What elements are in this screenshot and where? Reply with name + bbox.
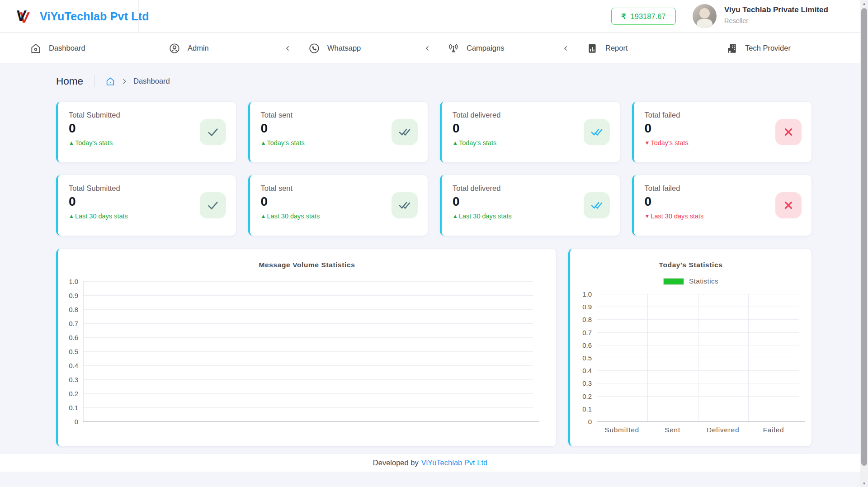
gridline	[83, 407, 533, 408]
card-label: Total failed	[645, 184, 801, 193]
legend-label: Statistics	[689, 277, 718, 285]
chevron-left-icon	[424, 44, 432, 52]
main-navbar: Dashboard Admin Whatsapp Campaigns Repor…	[0, 33, 860, 63]
gridline	[83, 421, 539, 422]
balance-badge[interactable]: ₹ 193187.67	[611, 8, 676, 25]
gridline-vertical	[799, 294, 799, 421]
y-tick-label: 0.5	[582, 354, 592, 362]
avatar[interactable]	[693, 4, 717, 28]
x-category-label: Submitted	[597, 426, 647, 434]
nav-item-whatsapp[interactable]: Whatsapp	[308, 33, 361, 63]
gridline	[83, 281, 533, 282]
card-total-submitted-30days: Total Submitted 0 ▲Last 30 days stats	[56, 175, 236, 236]
trend-up-icon: ▲	[69, 140, 74, 146]
trend-up-icon: ▲	[69, 213, 74, 219]
charts-row: Message Volume Statistics 1.00.90.80.70.…	[56, 249, 811, 446]
x-axis-labels: SubmittedSentDeliveredFailed	[597, 426, 799, 434]
y-tick-label: 0.6	[69, 334, 78, 341]
user-circle-icon	[169, 43, 180, 54]
report-document-icon	[586, 43, 598, 54]
legend-swatch	[663, 278, 684, 285]
nav-item-report[interactable]: Report	[586, 33, 628, 63]
nav-collapse-chevron[interactable]	[424, 33, 432, 63]
gridline-vertical	[748, 294, 749, 421]
y-tick-label: 0.2	[69, 390, 78, 397]
chevron-left-icon	[562, 44, 570, 52]
nav-item-tech-provider[interactable]: Tech Provider	[726, 33, 791, 63]
chart-plot-area: 1.00.90.80.70.60.50.40.30.20.10	[597, 294, 799, 421]
brand[interactable]: V V ViYuTechlab Pvt Ltd	[16, 0, 149, 33]
profile-role: Reseller	[724, 17, 748, 24]
y-tick-label: 0.5	[69, 348, 78, 355]
trend-up-icon: ▲	[453, 140, 458, 146]
breadcrumb-current[interactable]: Dashboard	[133, 77, 170, 85]
nav-collapse-chevron[interactable]	[284, 33, 292, 63]
nav-collapse-chevron[interactable]	[562, 33, 570, 63]
chevron-right-icon	[121, 78, 128, 85]
message-volume-chart: Message Volume Statistics 1.00.90.80.70.…	[56, 249, 556, 446]
gridline	[83, 323, 533, 324]
gridline	[83, 351, 533, 352]
header-divider	[681, 0, 681, 33]
chevron-left-icon	[284, 44, 292, 52]
nav-item-admin[interactable]: Admin	[169, 33, 209, 63]
stat-cards-grid: Total Submitted 0 ▲Today's stats Total s…	[56, 102, 811, 236]
trend-up-icon: ▲	[261, 213, 266, 219]
card-total-failed-30days: Total failed 0 ▼Last 30 days stats	[632, 175, 812, 236]
todays-statistics-chart: Today's Statistics Statistics 1.00.90.80…	[568, 249, 811, 446]
gridline	[83, 337, 533, 338]
dashboard-page: V V ViYuTechlab Pvt Ltd ₹ 193187.67 Viyu…	[0, 0, 868, 487]
double-check-blue-icon	[584, 192, 610, 218]
scrollbar-thumb[interactable]	[861, 8, 867, 466]
nav-item-dashboard[interactable]: Dashboard	[30, 33, 85, 63]
gridline	[83, 365, 533, 366]
y-tick-label: 0.6	[582, 341, 592, 349]
y-tick-label: 0.9	[582, 303, 592, 311]
y-tick-label: 0.7	[69, 320, 78, 327]
chart-title: Message Volume Statistics	[58, 261, 556, 269]
nav-item-campaigns[interactable]: Campaigns	[448, 33, 504, 63]
gridline	[83, 295, 533, 296]
chart-title: Today's Statistics	[570, 261, 811, 269]
brand-logo-icon: V V	[16, 8, 33, 24]
y-tick-label: 0.4	[69, 362, 78, 369]
home-icon[interactable]	[105, 76, 115, 86]
check-icon	[200, 192, 226, 218]
y-tick-label: 1.0	[582, 290, 592, 298]
double-check-icon	[392, 119, 418, 145]
rupee-icon: ₹	[621, 12, 626, 21]
balance-amount: 193187.67	[631, 12, 666, 21]
profile-name[interactable]: Viyu Techlab Private Limited	[724, 5, 828, 14]
card-total-delivered-30days: Total delivered 0 ▲Last 30 days stats	[440, 175, 620, 236]
gridline	[83, 393, 533, 394]
card-label: Total sent	[261, 111, 417, 119]
card-label: Total delivered	[453, 111, 609, 119]
broadcast-icon	[448, 43, 459, 54]
header-divider	[138, 0, 139, 33]
footer: Developed by ViYuTechlab Pvt Ltd	[0, 453, 860, 472]
chart-plot-area: 1.00.90.80.70.60.50.40.30.20.10	[83, 281, 533, 421]
cross-icon	[775, 192, 802, 218]
building-icon	[726, 43, 738, 54]
y-axis-line	[597, 294, 597, 421]
y-tick-label: 0.4	[582, 367, 592, 374]
card-label: Total delivered	[453, 184, 609, 193]
vertical-scrollbar[interactable]: ▲ ▼	[860, 0, 868, 487]
scroll-down-arrow-icon[interactable]: ▼	[860, 480, 868, 487]
y-tick-label: 0.7	[582, 328, 592, 336]
whatsapp-icon	[308, 43, 320, 54]
x-category-label: Delivered	[698, 426, 749, 434]
scroll-up-arrow-icon[interactable]: ▲	[860, 0, 868, 7]
y-tick-label: 0.1	[582, 405, 592, 412]
double-check-blue-icon	[584, 119, 610, 145]
y-tick-label: 0.1	[69, 404, 78, 411]
trend-down-icon: ▼	[645, 213, 650, 219]
trend-up-icon: ▲	[453, 213, 458, 219]
y-tick-label: 1.0	[69, 278, 78, 285]
home-icon	[30, 43, 42, 54]
card-label: Total failed	[645, 111, 801, 119]
footer-brand-link[interactable]: ViYuTechlab Pvt Ltd	[421, 459, 487, 467]
trend-up-icon: ▲	[261, 140, 266, 146]
y-tick-label: 0.9	[69, 292, 78, 299]
check-icon	[200, 119, 226, 145]
